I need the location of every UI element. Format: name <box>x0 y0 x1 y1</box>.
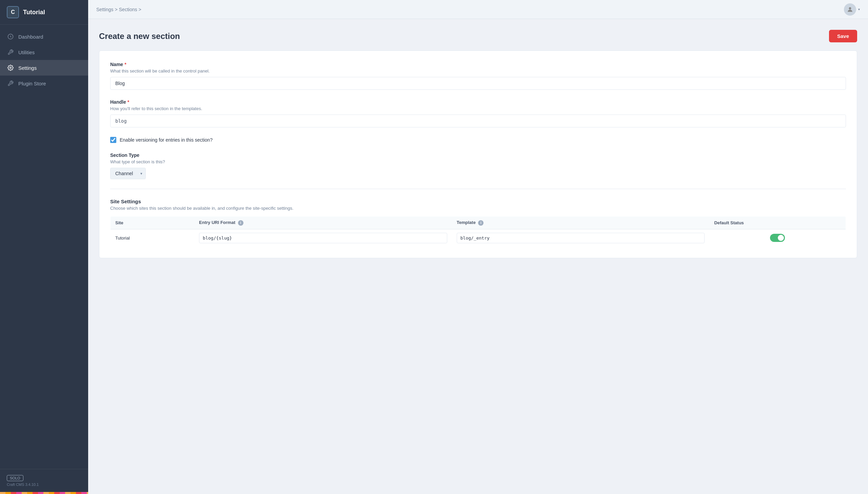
section-type-hint: What type of section is this? <box>110 159 846 164</box>
handle-label: Handle * <box>110 99 846 105</box>
name-hint: What this section will be called in the … <box>110 69 846 74</box>
row-entry-uri <box>194 229 452 247</box>
row-site: Tutorial <box>111 229 195 247</box>
site-settings-table: Site Entry URI Format i Template i <box>110 216 846 247</box>
breadcrumb-sep1: > <box>115 7 118 12</box>
template-input[interactable] <box>457 233 705 243</box>
versioning-label[interactable]: Enable versioning for entries in this se… <box>120 137 213 142</box>
site-settings-section: Site Settings Choose which sites this se… <box>110 198 846 247</box>
sidebar-item-dashboard-label: Dashboard <box>18 34 43 40</box>
sidebar-item-utilities[interactable]: Utilities <box>0 44 88 60</box>
entry-uri-info-icon[interactable]: i <box>238 220 243 226</box>
entry-uri-input[interactable] <box>199 233 447 243</box>
table-row: Tutorial <box>111 229 846 247</box>
sidebar-footer: SOLO Craft CMS 3.4.10.1 <box>0 469 88 492</box>
row-template <box>452 229 710 247</box>
site-settings-label: Site Settings <box>110 198 846 204</box>
handle-required: * <box>128 99 129 105</box>
utilities-icon <box>7 49 14 56</box>
sidebar-item-settings[interactable]: Settings <box>0 60 88 76</box>
sidebar-nav: Dashboard Utilities Settings <box>0 25 88 469</box>
handle-hint: How you'll refer to this section in the … <box>110 106 846 111</box>
save-button[interactable]: Save <box>829 30 857 42</box>
settings-icon <box>7 64 14 72</box>
col-template: Template i <box>452 216 710 229</box>
sidebar: C Tutorial Dashboard Utilities <box>0 0 88 494</box>
section-type-group: Section Type What type of section is thi… <box>110 152 846 179</box>
section-divider <box>110 189 846 189</box>
col-default-status: Default Status <box>709 216 846 229</box>
svg-point-1 <box>10 67 12 69</box>
breadcrumb: Settings > Sections > <box>96 7 143 12</box>
versioning-row: Enable versioning for entries in this se… <box>110 137 846 143</box>
template-info-icon[interactable]: i <box>478 220 483 226</box>
breadcrumb-sections[interactable]: Sections <box>119 7 137 12</box>
site-settings-hint: Choose which sites this section should b… <box>110 206 846 211</box>
sidebar-item-dashboard[interactable]: Dashboard <box>0 29 88 44</box>
solo-badge: SOLO <box>7 475 23 481</box>
section-type-label: Section Type <box>110 152 846 158</box>
section-type-select-wrapper: Channel Single Structure ▾ <box>110 168 146 179</box>
name-input[interactable] <box>110 77 846 90</box>
sidebar-item-plugin-store-label: Plugin Store <box>18 81 46 87</box>
col-site: Site <box>111 216 195 229</box>
handle-field-group: Handle * How you'll refer to this sectio… <box>110 99 846 127</box>
sidebar-logo: C Tutorial <box>0 0 88 25</box>
breadcrumb-sep2: > <box>138 7 141 12</box>
plugin-store-icon <box>7 80 14 87</box>
logo-box: C <box>7 6 19 18</box>
section-type-select[interactable]: Channel Single Structure <box>110 168 146 179</box>
sidebar-item-settings-label: Settings <box>18 65 37 71</box>
breadcrumb-settings[interactable]: Settings <box>96 7 114 12</box>
page-title: Create a new section <box>99 32 180 41</box>
name-required: * <box>125 62 126 67</box>
default-status-toggle[interactable] <box>770 234 785 242</box>
topbar: Settings > Sections > ▾ <box>88 0 868 19</box>
sidebar-item-plugin-store[interactable]: Plugin Store <box>0 76 88 91</box>
dashboard-icon <box>7 33 14 40</box>
user-chevron-icon: ▾ <box>858 7 860 11</box>
col-entry-uri: Entry URI Format i <box>194 216 452 229</box>
user-menu[interactable]: ▾ <box>844 3 860 16</box>
cms-version: Craft CMS 3.4.10.1 <box>7 482 81 487</box>
row-default-status <box>709 229 846 247</box>
svg-point-2 <box>849 7 851 10</box>
sidebar-item-utilities-label: Utilities <box>18 50 35 55</box>
toggle-slider <box>770 234 785 242</box>
main: Settings > Sections > ▾ Create a new sec… <box>88 0 868 494</box>
name-field-group: Name * What this section will be called … <box>110 62 846 90</box>
page-header: Create a new section Save <box>99 30 857 42</box>
form-card: Name * What this section will be called … <box>99 51 857 258</box>
logo-letter: C <box>11 9 15 15</box>
avatar[interactable] <box>844 3 856 16</box>
sidebar-stripe <box>0 492 88 494</box>
versioning-checkbox[interactable] <box>110 137 116 143</box>
app-title: Tutorial <box>23 9 45 16</box>
handle-input[interactable] <box>110 115 846 127</box>
name-label: Name * <box>110 62 846 67</box>
content-area: Create a new section Save Name * What th… <box>88 19 868 494</box>
